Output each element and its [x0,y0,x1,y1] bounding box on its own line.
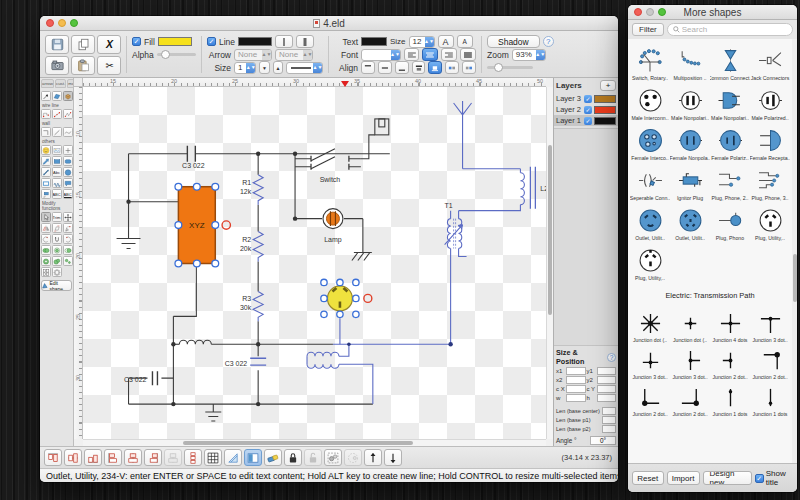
align-center-block-button[interactable] [428,61,442,74]
shapes-close-button[interactable] [634,8,642,16]
cut-button[interactable]: ✂ [97,56,121,75]
justify-center-button[interactable] [422,48,438,61]
bool-dots-tool[interactable] [63,256,73,266]
len-base-p1-input[interactable] [602,416,616,424]
sidebar-tab-cust[interactable]: cust. [55,79,66,88]
abc-line-tool[interactable]: ABC [52,189,62,199]
align-top-button[interactable] [361,61,375,74]
fill-checkbox[interactable] [132,37,141,46]
xyz-component[interactable]: XYZ [178,187,215,264]
size-down-button[interactable]: ▼ [259,61,270,74]
x1-input[interactable] [566,367,586,375]
bool-merge-tool[interactable] [52,256,62,266]
align-middle-button[interactable] [378,61,392,74]
lamp-symbol[interactable] [323,209,343,229]
shape-item-junction-3b[interactable]: Junction 3 dot.. [630,343,670,380]
justify-right-button[interactable] [441,48,457,61]
box-3d-tool[interactable] [63,91,73,101]
shape-item-junction-star[interactable]: Junction dot (.. [630,306,670,343]
arc-ccw-tool[interactable] [41,234,51,244]
frame-tool[interactable] [41,178,51,188]
shape-item-junction-4[interactable]: Junction 4 dots [710,306,750,343]
shapes-zoom-button[interactable] [658,8,666,16]
shapes-scroll-area[interactable]: Switch, Rotary..Multiposition ..Common C… [628,39,792,463]
bool-donut-tool[interactable] [41,256,51,266]
text-color-swatch[interactable] [361,37,387,46]
arrow-up-button[interactable] [364,449,382,466]
horizontal-scrollbar[interactable] [83,439,546,446]
skew-tool[interactable] [52,223,62,233]
close-button[interactable] [46,19,54,27]
layer-visibility-checkbox[interactable]: ✓ [584,95,592,103]
lock-button[interactable] [284,449,302,466]
line-cap-thin-button[interactable] [275,35,293,48]
alpha-slider[interactable] [157,53,196,56]
help-button[interactable]: ? [543,36,554,47]
shape-item-male-interconnect[interactable]: Male Interconn.. [630,81,670,121]
duplicate-button[interactable] [71,35,95,54]
abc-slash-tool[interactable]: ABC [63,189,73,199]
ruler-triangle-button[interactable] [224,449,242,466]
layer-visibility-checkbox[interactable]: ✓ [584,117,592,125]
shapes-scrollbar[interactable] [792,39,797,463]
shape-item-male-nonpolarized-plug[interactable]: Male Nonpolari.. [710,81,750,121]
shape-item-female-polarized[interactable]: Female Polariz.. [710,121,750,161]
shape-item-plug-phone-2[interactable]: Plug, Phone, 2.. [710,161,750,201]
bool-intersect-tool[interactable] [52,245,62,255]
shape-item-female-receptacle[interactable]: Female Recepta.. [750,121,790,161]
shape-item-male-nonpolarized[interactable]: Male Nonpolari.. [670,81,710,121]
cx-input[interactable] [566,385,586,393]
pointer-tool[interactable] [41,212,51,222]
eraser-button[interactable] [264,449,282,466]
image-tool[interactable] [52,145,62,155]
shape-item-plug-phono[interactable]: Plug, Phono [710,201,750,241]
vertical-scrollbar[interactable] [546,87,553,439]
elbow-wire-tool[interactable] [41,109,51,119]
circle-tool[interactable] [63,167,73,177]
shape-item-plug-utility-1[interactable]: Plug, Utility,.. [750,201,790,241]
panel-button[interactable] [244,449,262,466]
minimize-button[interactable] [58,19,66,27]
flip-h-tool[interactable] [41,223,51,233]
justify-full-button[interactable] [460,48,476,61]
segment-wire-tool[interactable] [52,109,62,119]
grid-button[interactable] [204,449,222,466]
size-up-button[interactable]: ▲ [273,61,284,74]
design-new-button[interactable]: Design new [703,471,752,485]
thick-arrow-tool[interactable] [41,156,51,166]
filter-tab[interactable]: Filter [632,23,664,36]
crosshair-tool[interactable] [63,145,73,155]
shape-item-junction-2a[interactable]: Junction 2 dot.. [710,343,750,380]
align-v-mid-button[interactable] [64,449,82,466]
shape-item-junction-dot[interactable]: Junction dot (.. [670,306,710,343]
x2-input[interactable] [566,376,586,384]
delete-button[interactable]: X [97,35,121,54]
move-tool[interactable] [63,212,73,222]
shape-item-plug-phone-3[interactable]: Plug, Phone, 3.. [750,161,790,201]
corner-wall-tool[interactable] [41,127,51,137]
paste-button[interactable] [71,56,95,75]
shape-item-female-interconnect[interactable]: Female Interco.. [630,121,670,161]
rotate-u-tool[interactable] [52,234,62,244]
smiley-tool[interactable] [41,145,51,155]
outlet-rotate-handle[interactable] [364,294,372,302]
shape-item-diagonal-line[interactable] [670,421,710,431]
circuit-diagram[interactable]: XYZ [83,87,546,439]
shape-item-junction-2c[interactable]: Junction 2 dot.. [630,380,670,417]
layer-row-layer-3[interactable]: Layer 3✓ [554,93,618,104]
size-position-help-button[interactable]: ? [607,353,616,362]
shapes-minimize-button[interactable] [646,8,654,16]
horizontal-ruler[interactable]: 1520253035404550 [83,78,546,87]
distribute-button[interactable] [184,449,202,466]
zoom-slider[interactable] [487,66,533,69]
reset-button[interactable]: Reset [632,471,664,485]
zoom-dropdown[interactable]: 93%▲▼ [512,49,546,61]
font-smaller-button[interactable]: A [457,35,473,48]
points-ring-tool[interactable] [52,267,62,277]
align-h-mid-button[interactable] [124,449,142,466]
shape-item-common-connector[interactable]: Common Connect.. [710,41,750,81]
shape-item-junction-2b[interactable]: Junction 2 dot.. [750,343,790,380]
flag-tool[interactable] [41,189,51,199]
line-color-swatch[interactable] [238,37,272,46]
unlock-button[interactable] [304,449,322,466]
